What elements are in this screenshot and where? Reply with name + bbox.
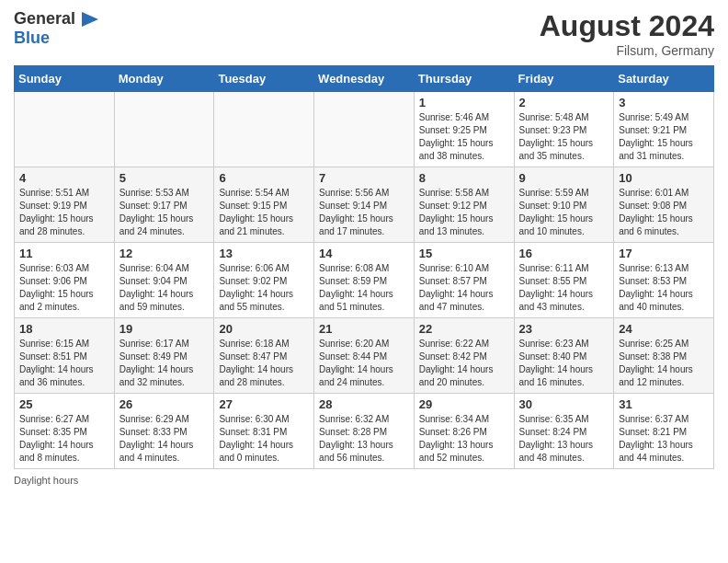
day-number: 10: [619, 171, 709, 185]
day-number: 1: [419, 96, 509, 109]
day-number: 27: [219, 397, 309, 411]
day-info: Sunrise: 6:23 AM Sunset: 8:40 PM Dayligh…: [519, 338, 609, 389]
day-cell: 6Sunrise: 5:54 AM Sunset: 9:15 PM Daylig…: [214, 167, 314, 243]
day-cell: 7Sunrise: 5:56 AM Sunset: 9:14 PM Daylig…: [314, 167, 415, 243]
day-number: 9: [519, 171, 609, 185]
day-number: 21: [319, 322, 409, 336]
day-cell: 11Sunrise: 6:03 AM Sunset: 9:06 PM Dayli…: [15, 243, 115, 318]
day-cell: 5Sunrise: 5:53 AM Sunset: 9:17 PM Daylig…: [114, 167, 214, 243]
weekday-header-saturday: Saturday: [614, 66, 714, 92]
day-cell: 29Sunrise: 6:34 AM Sunset: 8:26 PM Dayli…: [414, 394, 514, 469]
logo-triangle-icon: [82, 12, 98, 27]
logo: General Blue: [14, 9, 98, 47]
day-cell: 21Sunrise: 6:20 AM Sunset: 8:44 PM Dayli…: [314, 318, 415, 394]
day-number: 4: [19, 171, 109, 185]
day-cell: 8Sunrise: 5:58 AM Sunset: 9:12 PM Daylig…: [414, 167, 514, 243]
day-number: 30: [519, 397, 609, 411]
day-number: 25: [19, 397, 109, 411]
day-number: 31: [619, 397, 709, 411]
day-info: Sunrise: 6:01 AM Sunset: 9:08 PM Dayligh…: [619, 187, 709, 238]
day-number: 22: [419, 322, 509, 336]
week-row-4: 18Sunrise: 6:15 AM Sunset: 8:51 PM Dayli…: [15, 318, 714, 394]
day-cell: [114, 92, 214, 167]
week-row-3: 11Sunrise: 6:03 AM Sunset: 9:06 PM Dayli…: [15, 243, 714, 318]
week-row-2: 4Sunrise: 5:51 AM Sunset: 9:19 PM Daylig…: [15, 167, 714, 243]
day-info: Sunrise: 6:03 AM Sunset: 9:06 PM Dayligh…: [19, 262, 109, 314]
day-info: Sunrise: 5:54 AM Sunset: 9:15 PM Dayligh…: [219, 187, 309, 238]
day-info: Sunrise: 5:49 AM Sunset: 9:21 PM Dayligh…: [619, 111, 709, 163]
day-number: 6: [219, 171, 309, 185]
day-info: Sunrise: 6:13 AM Sunset: 8:53 PM Dayligh…: [619, 262, 709, 314]
day-cell: 14Sunrise: 6:08 AM Sunset: 8:59 PM Dayli…: [314, 243, 415, 318]
day-info: Sunrise: 6:08 AM Sunset: 8:59 PM Dayligh…: [319, 262, 409, 314]
day-info: Sunrise: 6:22 AM Sunset: 8:42 PM Dayligh…: [419, 338, 509, 389]
day-info: Sunrise: 6:29 AM Sunset: 8:33 PM Dayligh…: [119, 413, 210, 465]
day-cell: [314, 92, 415, 167]
day-info: Sunrise: 5:48 AM Sunset: 9:23 PM Dayligh…: [519, 111, 609, 163]
day-info: Sunrise: 6:10 AM Sunset: 8:57 PM Dayligh…: [419, 262, 509, 314]
weekday-header-sunday: Sunday: [15, 66, 115, 92]
day-info: Sunrise: 5:59 AM Sunset: 9:10 PM Dayligh…: [519, 187, 609, 238]
day-cell: 13Sunrise: 6:06 AM Sunset: 9:02 PM Dayli…: [214, 243, 314, 318]
day-cell: 12Sunrise: 6:04 AM Sunset: 9:04 PM Dayli…: [114, 243, 214, 318]
day-number: 26: [119, 397, 210, 411]
day-number: 8: [419, 171, 509, 185]
weekday-header-monday: Monday: [114, 66, 214, 92]
day-cell: 15Sunrise: 6:10 AM Sunset: 8:57 PM Dayli…: [414, 243, 514, 318]
day-cell: 28Sunrise: 6:32 AM Sunset: 8:28 PM Dayli…: [314, 394, 415, 469]
day-number: 3: [619, 96, 709, 109]
day-number: 18: [19, 322, 109, 336]
day-info: Sunrise: 6:32 AM Sunset: 8:28 PM Dayligh…: [319, 413, 409, 465]
day-number: 28: [319, 397, 409, 411]
day-number: 13: [219, 247, 309, 260]
logo-blue: Blue: [14, 29, 50, 47]
calendar-table: SundayMondayTuesdayWednesdayThursdayFrid…: [14, 65, 714, 469]
day-cell: 17Sunrise: 6:13 AM Sunset: 8:53 PM Dayli…: [614, 243, 714, 318]
day-number: 2: [519, 96, 609, 109]
day-cell: 10Sunrise: 6:01 AM Sunset: 9:08 PM Dayli…: [614, 167, 714, 243]
day-cell: 25Sunrise: 6:27 AM Sunset: 8:35 PM Dayli…: [15, 394, 115, 469]
day-cell: 31Sunrise: 6:37 AM Sunset: 8:21 PM Dayli…: [614, 394, 714, 469]
day-info: Sunrise: 6:25 AM Sunset: 8:38 PM Dayligh…: [619, 338, 709, 389]
day-cell: 18Sunrise: 6:15 AM Sunset: 8:51 PM Dayli…: [15, 318, 115, 394]
day-number: 17: [619, 247, 709, 260]
day-cell: 4Sunrise: 5:51 AM Sunset: 9:19 PM Daylig…: [15, 167, 115, 243]
day-cell: 1Sunrise: 5:46 AM Sunset: 9:25 PM Daylig…: [414, 92, 514, 167]
location: Filsum, Germany: [540, 43, 714, 58]
day-cell: [214, 92, 314, 167]
day-number: 24: [619, 322, 709, 336]
day-info: Sunrise: 5:51 AM Sunset: 9:19 PM Dayligh…: [19, 187, 109, 238]
weekday-header-row: SundayMondayTuesdayWednesdayThursdayFrid…: [15, 66, 714, 92]
day-number: 14: [319, 247, 409, 260]
day-number: 11: [19, 247, 109, 260]
weekday-header-friday: Friday: [514, 66, 614, 92]
day-number: 19: [119, 322, 210, 336]
day-cell: 26Sunrise: 6:29 AM Sunset: 8:33 PM Dayli…: [114, 394, 214, 469]
day-info: Sunrise: 5:53 AM Sunset: 9:17 PM Dayligh…: [119, 187, 210, 238]
day-cell: 20Sunrise: 6:18 AM Sunset: 8:47 PM Dayli…: [214, 318, 314, 394]
day-info: Sunrise: 5:58 AM Sunset: 9:12 PM Dayligh…: [419, 187, 509, 238]
day-info: Sunrise: 6:30 AM Sunset: 8:31 PM Dayligh…: [219, 413, 309, 465]
day-cell: 3Sunrise: 5:49 AM Sunset: 9:21 PM Daylig…: [614, 92, 714, 167]
day-info: Sunrise: 5:56 AM Sunset: 9:14 PM Dayligh…: [319, 187, 409, 238]
logo-general: General: [14, 9, 75, 28]
day-cell: 19Sunrise: 6:17 AM Sunset: 8:49 PM Dayli…: [114, 318, 214, 394]
weekday-header-wednesday: Wednesday: [314, 66, 415, 92]
day-info: Sunrise: 6:27 AM Sunset: 8:35 PM Dayligh…: [19, 413, 109, 465]
day-cell: 22Sunrise: 6:22 AM Sunset: 8:42 PM Dayli…: [414, 318, 514, 394]
day-number: 16: [519, 247, 609, 260]
day-number: 29: [419, 397, 509, 411]
day-info: Sunrise: 6:06 AM Sunset: 9:02 PM Dayligh…: [219, 262, 309, 314]
day-cell: 23Sunrise: 6:23 AM Sunset: 8:40 PM Dayli…: [514, 318, 614, 394]
week-row-5: 25Sunrise: 6:27 AM Sunset: 8:35 PM Dayli…: [15, 394, 714, 469]
logo-container: General Blue: [14, 9, 98, 47]
day-cell: [15, 92, 115, 167]
day-number: 7: [319, 171, 409, 185]
day-info: Sunrise: 6:18 AM Sunset: 8:47 PM Dayligh…: [219, 338, 309, 389]
day-info: Sunrise: 5:46 AM Sunset: 9:25 PM Dayligh…: [419, 111, 509, 163]
day-info: Sunrise: 6:35 AM Sunset: 8:24 PM Dayligh…: [519, 413, 609, 465]
day-info: Sunrise: 6:34 AM Sunset: 8:26 PM Dayligh…: [419, 413, 509, 465]
day-info: Sunrise: 6:20 AM Sunset: 8:44 PM Dayligh…: [319, 338, 409, 389]
day-number: 12: [119, 247, 210, 260]
day-info: Sunrise: 6:11 AM Sunset: 8:55 PM Dayligh…: [519, 262, 609, 314]
